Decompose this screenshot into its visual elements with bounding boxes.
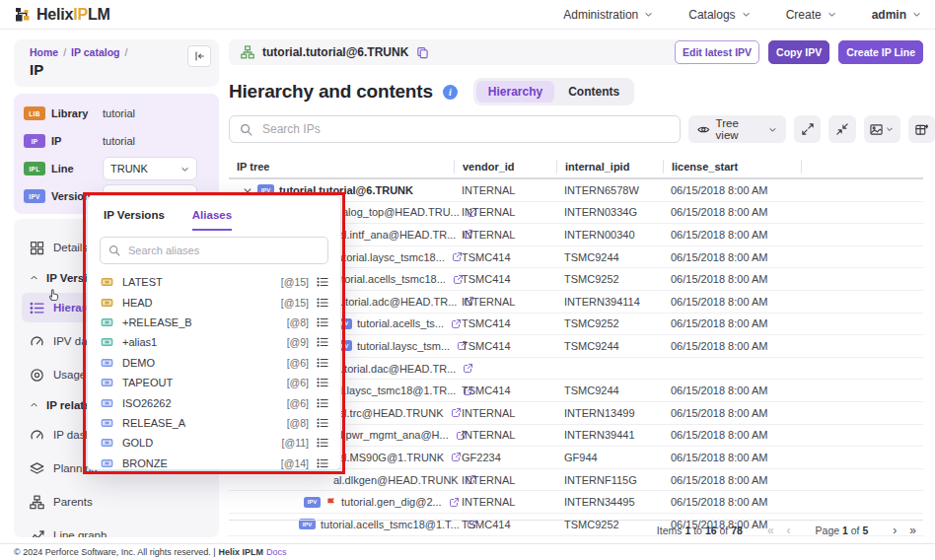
- ip-name: utorial.adc@HEAD.TR...: [339, 296, 457, 308]
- sidebar-collapse-button[interactable]: [187, 45, 211, 67]
- search-ips-input[interactable]: [260, 121, 670, 137]
- last-page-button[interactable]: »: [906, 524, 919, 537]
- top-bar: HelixIPLM AdministrationCatalogsCreatead…: [0, 0, 935, 30]
- alias-tag-icon: [100, 297, 114, 309]
- alias-row[interactable]: +alias1[@9]: [88, 332, 340, 352]
- list-icon: [317, 437, 328, 449]
- chevron-up-icon: [30, 400, 38, 409]
- brand-helix: Helix: [36, 6, 73, 23]
- list-icon: [30, 301, 44, 315]
- expand-all-button[interactable]: [794, 115, 821, 143]
- edit-latest-ipv-button[interactable]: Edit latest IPV: [675, 40, 759, 64]
- alias-row[interactable]: GOLD[@11]: [88, 433, 340, 453]
- ip-search-bar[interactable]: [229, 115, 681, 143]
- brand-lm: LM: [88, 6, 110, 23]
- top-menu-administration[interactable]: Administration: [563, 8, 653, 22]
- table-plus-icon: [915, 123, 928, 136]
- entity-name: tutorial.tutorial@6.TRUNK: [262, 45, 408, 59]
- top-menu-admin[interactable]: admin: [872, 8, 921, 22]
- alias-name: GOLD: [122, 437, 153, 449]
- list-icon: [317, 377, 328, 388]
- pagination: Items 1 to 16 of 78 « ‹ Page 1 of 5 › »: [229, 524, 919, 537]
- alias-tag-icon: [100, 336, 114, 348]
- internal-ipid-cell: INTERN13499: [556, 407, 663, 419]
- first-page-button[interactable]: «: [764, 524, 777, 537]
- tab-hierarchy[interactable]: Hierarchy: [476, 81, 554, 103]
- copyright-text: © 2024 Perforce Software, Inc. All right…: [14, 547, 216, 557]
- context-row: IPIPtutorial: [24, 127, 209, 155]
- alias-row[interactable]: +RELEASE_B[@8]: [88, 313, 340, 332]
- alias-version: [@6]: [287, 357, 309, 369]
- sidebar-item-line-graph[interactable]: Line graph: [14, 519, 219, 537]
- eye-icon: [697, 123, 710, 136]
- brand-logo[interactable]: HelixIPLM: [14, 6, 110, 24]
- create-ip-line-button[interactable]: Create IP Line: [838, 40, 923, 64]
- alias-row[interactable]: DEMO[@6]: [88, 353, 340, 373]
- next-page-button[interactable]: ›: [890, 524, 899, 537]
- ip-name: utorial.dac@HEAD.TR...: [338, 363, 456, 375]
- table-row[interactable]: IPVtutorial.gen_dig@2...INTERNALINTERN34…: [229, 491, 923, 514]
- table-toolbar: Tree view: [688, 115, 935, 143]
- list-icon: [317, 357, 328, 369]
- column-header-IP-tree[interactable]: IP tree: [229, 160, 454, 174]
- context-label: IP: [51, 135, 103, 147]
- docs-link[interactable]: Docs: [266, 547, 287, 557]
- ip-name: al.MS90G@1.TRUNK: [338, 452, 444, 463]
- chevron-down-icon: [180, 165, 189, 174]
- page-indicator: Page 1 of 5: [816, 525, 869, 536]
- title-row: Hierarchy and contents i HierarchyConten…: [229, 78, 634, 105]
- tab-contents[interactable]: Contents: [556, 81, 631, 103]
- ip-badge: IP: [24, 134, 45, 148]
- alias-row[interactable]: RELEASE_A[@8]: [88, 413, 340, 433]
- top-menu-create[interactable]: Create: [786, 8, 836, 22]
- layers-icon: [30, 461, 44, 476]
- alias-name: DEMO: [122, 357, 155, 369]
- column-header-vendor_id[interactable]: vendor_id: [454, 160, 556, 174]
- alias-row[interactable]: LATEST[@15]: [88, 272, 340, 292]
- list-icon: [317, 316, 328, 328]
- target-icon: [30, 368, 44, 383]
- popup-tab-ip-versions[interactable]: IP Versions: [104, 209, 165, 231]
- prev-page-button[interactable]: ‹: [784, 524, 794, 537]
- section-title: Hierarchy and contents: [229, 81, 433, 103]
- alias-search-bar[interactable]: [100, 237, 328, 264]
- copy-icon[interactable]: [416, 46, 429, 59]
- alias-tag-icon: [100, 377, 114, 388]
- lib-badge: LIB: [24, 106, 45, 120]
- copy-ipv-button[interactable]: Copy IPV: [768, 40, 829, 64]
- top-menu-catalogs[interactable]: Catalogs: [688, 8, 750, 22]
- context-row: LIBLibrarytutorial: [24, 100, 209, 127]
- brand-ip: IP: [73, 6, 88, 23]
- breadcrumb-home[interactable]: Home: [30, 46, 58, 58]
- alias-row[interactable]: HEAD[@15]: [88, 292, 340, 312]
- info-icon[interactable]: i: [443, 85, 458, 100]
- alias-version: [@15]: [281, 297, 309, 309]
- license-start-cell: 06/15/2018 8:00 AM: [663, 452, 801, 463]
- vendor-id-cell: INTERNAL: [454, 296, 556, 308]
- search-aliases-input[interactable]: [126, 244, 320, 257]
- vendor-id-cell: INTERNAL: [454, 229, 556, 241]
- alias-row[interactable]: ISO26262[@6]: [88, 392, 340, 412]
- collapse-all-button[interactable]: [828, 115, 855, 143]
- license-start-cell: 06/15/2018 8:00 AM: [663, 407, 801, 419]
- action-buttons: Edit latest IPVCopy IPVCreate IP Line: [690, 40, 923, 64]
- list-icon: [317, 336, 328, 348]
- sidebar-item-parents[interactable]: Parents: [14, 485, 219, 519]
- sidebar-header: Home / IP catalog / IP: [14, 39, 219, 87]
- alias-version: [@6]: [287, 397, 309, 409]
- column-header-internal_ipid[interactable]: internal_ipid: [556, 160, 663, 174]
- license-start-cell: 06/15/2018 8:00 AM: [663, 251, 801, 263]
- license-start-cell: 06/15/2018 8:00 AM: [663, 296, 801, 308]
- tree-view-dropdown[interactable]: Tree view: [688, 115, 786, 143]
- line-select[interactable]: TRUNK: [103, 157, 197, 180]
- export-image-dropdown[interactable]: [864, 115, 900, 143]
- alias-row[interactable]: TAPEOUT[@6]: [88, 373, 340, 392]
- add-column-button[interactable]: [908, 115, 935, 143]
- popup-tab-aliases[interactable]: Aliases: [192, 209, 232, 231]
- vendor-id-cell: TSMC414: [454, 317, 556, 329]
- internal-ipid-cell: INTERN394114: [556, 296, 663, 308]
- internal-ipid-cell: GF944: [556, 452, 663, 463]
- breadcrumb-ip-catalog[interactable]: IP catalog: [71, 46, 119, 58]
- alias-row[interactable]: BRONZE[@14]: [88, 454, 340, 473]
- column-header-license_start[interactable]: license_start: [663, 160, 801, 174]
